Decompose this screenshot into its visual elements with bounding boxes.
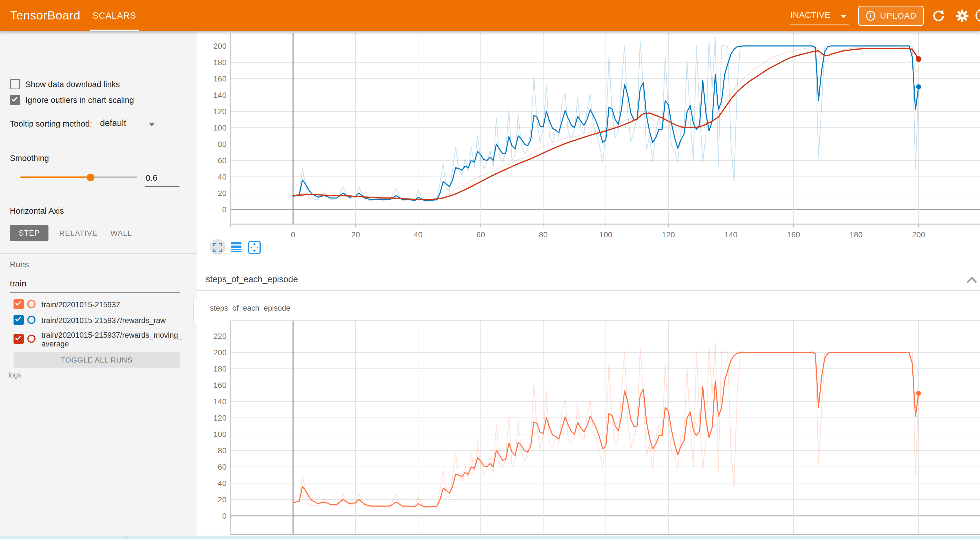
svg-text:80: 80 <box>539 230 547 239</box>
data-lines-icon[interactable] <box>231 242 242 252</box>
ignore-outliers-label: Ignore outliers in chart scaling <box>25 96 134 105</box>
svg-text:180: 180 <box>213 365 226 373</box>
smoothing-value-input[interactable]: 0.6 <box>146 173 180 183</box>
svg-text:120: 120 <box>213 107 226 116</box>
run-checkbox[interactable] <box>14 315 24 325</box>
app-header: TensorBoard SCALARS INACTIVE UPLOAD <box>0 0 980 31</box>
svg-text:160: 160 <box>787 230 800 239</box>
smoothing-slider-fill <box>20 177 91 178</box>
run-name: train/20201015-215937 <box>41 300 184 309</box>
tab-scalars[interactable]: SCALARS <box>90 0 139 31</box>
smoothing-slider-handle[interactable] <box>87 174 94 181</box>
scrollbar-mark <box>259 536 259 539</box>
svg-text:60: 60 <box>218 462 226 471</box>
smoothing-label: Smoothing <box>10 154 49 163</box>
show-data-download-links-checkbox[interactable] <box>10 79 20 89</box>
chevron-down-icon <box>840 15 847 18</box>
svg-text:20: 20 <box>218 189 226 198</box>
svg-text:40: 40 <box>218 172 226 181</box>
divider <box>0 253 197 254</box>
svg-text:0: 0 <box>291 230 295 239</box>
run-name: train/20201015-215937/rewards_moving_ave… <box>41 331 184 348</box>
status-dropdown[interactable]: INACTIVE <box>791 10 850 22</box>
axis-option-wall[interactable]: WALL <box>110 229 132 238</box>
expand-chart-icon[interactable] <box>213 243 222 252</box>
svg-text:160: 160 <box>213 75 226 83</box>
svg-text:160: 160 <box>213 381 226 389</box>
smoothing-value-underline <box>145 186 180 187</box>
run-checkbox[interactable] <box>14 299 24 309</box>
run-row[interactable]: train/20201015-215937 <box>0 299 197 313</box>
chevron-down-icon <box>149 123 155 126</box>
sidebar-scrollbar-thumb[interactable] <box>193 298 197 325</box>
status-dropdown-underline <box>791 24 849 26</box>
active-tab-indicator <box>90 30 138 31</box>
rewards-line-chart[interactable]: 0204060801001201401601802000204060801001… <box>197 31 980 268</box>
svg-text:20: 20 <box>351 230 360 239</box>
check-icon <box>11 96 18 102</box>
steps-line-chart[interactable]: 020406080100120140160180200220 <box>197 319 980 539</box>
svg-text:100: 100 <box>599 230 612 239</box>
tooltip-sorting-underline <box>99 132 157 132</box>
run-name: train/20201015-215937/rewards_raw <box>41 316 184 325</box>
chart-title: steps_of_each_episode <box>210 304 290 313</box>
svg-text:140: 140 <box>213 397 226 406</box>
svg-text:140: 140 <box>724 230 738 239</box>
divider <box>0 198 197 198</box>
svg-text:80: 80 <box>218 446 226 455</box>
info-icon <box>865 10 876 21</box>
run-color-swatch <box>27 335 35 343</box>
status-dropdown-value: INACTIVE <box>791 10 830 19</box>
svg-text:0: 0 <box>222 512 226 520</box>
show-data-download-links-label: Show data download links <box>25 80 120 89</box>
divider <box>0 146 197 146</box>
refresh-icon[interactable] <box>932 9 945 22</box>
run-row[interactable]: train/20201015-215937/rewards_raw <box>0 315 197 329</box>
runs-filter-underline <box>10 292 180 293</box>
svg-text:140: 140 <box>213 91 226 99</box>
tooltip-sorting-dropdown[interactable]: default <box>100 118 126 128</box>
svg-text:40: 40 <box>218 479 226 488</box>
app-title: TensorBoard <box>10 8 80 22</box>
scrollbar-mark <box>126 536 127 539</box>
check-icon <box>15 335 21 341</box>
svg-text:180: 180 <box>213 58 226 67</box>
svg-text:200: 200 <box>912 230 925 239</box>
svg-text:200: 200 <box>213 348 226 357</box>
settings-sidebar: Show data download links Ignore outliers… <box>0 31 197 539</box>
svg-text:60: 60 <box>218 156 226 165</box>
svg-text:120: 120 <box>662 230 675 239</box>
help-icon[interactable] <box>975 9 980 22</box>
axis-option-step[interactable]: STEP <box>10 225 48 241</box>
check-icon <box>15 316 21 322</box>
horizontal-axis-label: Horizontal Axis <box>10 206 64 216</box>
run-color-swatch <box>27 300 35 308</box>
run-checkbox[interactable] <box>14 334 24 344</box>
ignore-outliers-checkbox[interactable] <box>10 95 20 105</box>
gear-icon[interactable] <box>956 9 969 22</box>
fit-domain-icon[interactable] <box>248 241 261 255</box>
check-icon <box>15 300 21 306</box>
section-title: steps_of_each_episode <box>206 274 298 284</box>
upload-button[interactable]: UPLOAD <box>858 6 924 26</box>
toggle-all-runs-button[interactable]: TOGGLE ALL RUNS <box>14 352 180 368</box>
runs-label: Runs <box>10 260 29 269</box>
svg-text:180: 180 <box>850 230 863 239</box>
svg-text:20: 20 <box>218 495 226 504</box>
collapse-section-icon[interactable] <box>967 277 977 283</box>
run-row[interactable]: train/20201015-215937/rewards_moving_ave… <box>0 331 197 354</box>
horizontal-scrollbar[interactable] <box>0 536 980 539</box>
runs-filter-input[interactable]: train <box>10 279 26 289</box>
svg-text:100: 100 <box>213 123 226 132</box>
svg-text:80: 80 <box>218 140 226 148</box>
logs-label: logs <box>8 371 21 379</box>
svg-text:100: 100 <box>213 430 226 439</box>
upload-button-label: UPLOAD <box>880 11 916 21</box>
svg-text:0: 0 <box>222 205 226 214</box>
section-header[interactable] <box>197 268 980 291</box>
svg-text:220: 220 <box>213 332 226 341</box>
svg-text:60: 60 <box>476 230 485 239</box>
svg-text:200: 200 <box>213 42 226 51</box>
run-color-swatch <box>27 316 35 324</box>
axis-option-relative[interactable]: RELATIVE <box>59 229 98 238</box>
